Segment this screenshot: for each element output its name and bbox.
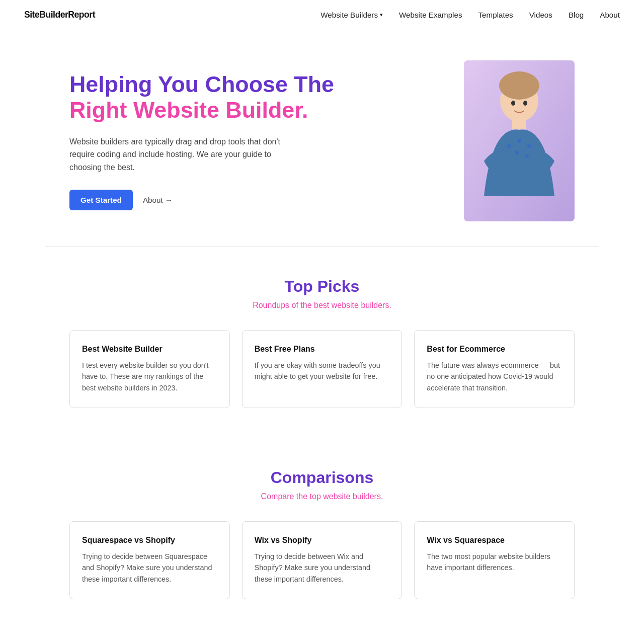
card-desc: If you are okay with some tradeoffs you … (255, 360, 390, 382)
comparisons-card-1[interactable]: Wix vs Shopify Trying to decide between … (242, 521, 403, 599)
top-picks-card-1[interactable]: Best Free Plans If you are okay with som… (242, 330, 403, 408)
card-desc: The future was always ecommerce — but no… (427, 360, 562, 393)
card-desc: The two most popular website builders ha… (427, 551, 562, 574)
hero-image (464, 60, 575, 221)
svg-point-11 (511, 101, 515, 106)
comparisons-card-0[interactable]: Squarespace vs Shopify Trying to decide … (69, 521, 230, 599)
svg-point-12 (523, 101, 527, 106)
svg-rect-3 (512, 118, 526, 129)
top-picks-subtitle: Roundups of the best website builders. (69, 301, 575, 310)
hero-actions: Get Started About → (69, 190, 444, 210)
top-picks-title: Top Picks (69, 277, 575, 296)
hero-description: Website builders are typically drag and … (69, 135, 301, 174)
nav-link-about[interactable]: About (600, 11, 620, 19)
card-title: Wix vs Shopify (255, 536, 390, 545)
top-picks-card-0[interactable]: Best Website Builder I test every websit… (69, 330, 230, 408)
hero-text: Helping You Choose The Right Website Bui… (69, 71, 444, 211)
top-picks-header: Top Picks Roundups of the best website b… (69, 277, 575, 310)
nav-link-videos[interactable]: Videos (529, 11, 552, 19)
svg-point-5 (517, 139, 521, 143)
comparisons-title: Comparisons (69, 468, 575, 487)
hero-section: Helping You Choose The Right Website Bui… (45, 30, 599, 247)
card-title: Best for Ecommerce (427, 345, 562, 354)
top-picks-card-2[interactable]: Best for Ecommerce The future was always… (414, 330, 575, 408)
person-illustration (464, 60, 575, 221)
card-title: Best Website Builder (82, 345, 217, 354)
svg-point-8 (515, 150, 519, 154)
svg-point-2 (499, 71, 539, 100)
nav-link-website-builders[interactable]: Website Builders▾ (320, 11, 383, 19)
comparisons-header: Comparisons Compare the top website buil… (69, 468, 575, 501)
comparisons-cards: Squarespace vs Shopify Trying to decide … (69, 521, 575, 599)
comparisons-subtitle: Compare the top website builders. (69, 492, 575, 501)
card-desc: Trying to decide between Wix and Shopify… (255, 551, 390, 585)
card-desc: Trying to decide between Squarespace and… (82, 551, 217, 585)
hero-title: Helping You Choose The Right Website Bui… (69, 71, 444, 123)
hero-title-line2: Right Website Builder. (69, 97, 444, 123)
about-link[interactable]: About → (143, 196, 173, 204)
card-desc: I test every website builder so you don'… (82, 360, 217, 393)
nav-link-website-examples[interactable]: Website Examples (399, 11, 462, 19)
card-title: Squarespace vs Shopify (82, 536, 217, 545)
get-started-button[interactable]: Get Started (69, 190, 133, 210)
site-logo[interactable]: SiteBuilderReport (24, 10, 95, 20)
nav-link-blog[interactable]: Blog (569, 11, 584, 19)
nav-links: Website Builders▾Website ExamplesTemplat… (320, 11, 620, 19)
card-title: Wix vs Squarespace (427, 536, 562, 545)
svg-point-4 (507, 144, 511, 148)
comparisons-section: Comparisons Compare the top website buil… (45, 438, 599, 629)
comparisons-card-2[interactable]: Wix vs Squarespace The two most popular … (414, 521, 575, 599)
chevron-down-icon: ▾ (380, 12, 383, 18)
nav-link-templates[interactable]: Templates (478, 11, 513, 19)
card-title: Best Free Plans (255, 345, 390, 354)
top-picks-cards: Best Website Builder I test every websit… (69, 330, 575, 408)
top-picks-section: Top Picks Roundups of the best website b… (45, 247, 599, 438)
navbar: SiteBuilderReport Website Builders▾Websi… (0, 0, 644, 30)
hero-title-line1: Helping You Choose The (69, 71, 444, 98)
svg-point-6 (527, 144, 531, 148)
